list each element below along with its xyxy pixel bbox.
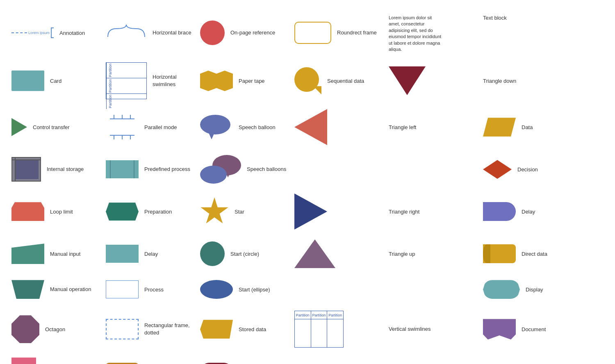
- startcircle-label: Start (circle): [230, 251, 259, 257]
- speechballoon-tail: [208, 132, 215, 139]
- speechballoon-shape: [200, 115, 233, 139]
- vswimlane-col3: [327, 319, 343, 347]
- data-shape: [483, 118, 516, 136]
- vswimlane-h3: Partition: [327, 311, 343, 319]
- parallelmode-label: Parallel mode: [144, 124, 177, 130]
- partition-label-1: Partition: [106, 63, 114, 78]
- intstorage-inner: [15, 159, 39, 179]
- directdata-label: Direct data: [522, 251, 547, 257]
- item-process: Process: [102, 273, 197, 306]
- hbrace-label: Horizontal brace: [153, 29, 191, 36]
- item-hswimlanes: Partition Partition Partition Horizontal…: [102, 57, 197, 104]
- triangleleft-shape-container: [294, 109, 327, 145]
- card-label: Card: [50, 78, 61, 84]
- speechballoons-label: Speech balloons: [247, 166, 286, 173]
- speechballoons-shape-container: [200, 155, 241, 184]
- ctransfer-shape-container: [11, 118, 27, 136]
- star-shape-container: [200, 197, 229, 226]
- data-shape-container: [483, 118, 516, 136]
- item-document: Document: [480, 306, 574, 353]
- item-empty-r9c6: [385, 353, 480, 364]
- item-vswimlanes-label: Vertical swimlines: [385, 306, 480, 353]
- item-empty-r7c5: [291, 273, 385, 306]
- delay-label: Delay: [522, 209, 535, 215]
- textblock-shape: Lorem ipsum dolor sit amet, consectetur …: [389, 15, 442, 52]
- delay2-shape: [106, 245, 139, 263]
- item-startcircle: Start (circle): [197, 234, 291, 273]
- delay2-label: Delay: [144, 251, 158, 257]
- onpage-shape: [200, 20, 225, 45]
- predefined-shape: [106, 160, 139, 178]
- document-shape-container: [483, 319, 516, 339]
- item-manualinput: Manual input: [8, 234, 102, 273]
- item-delay2: Delay: [102, 234, 197, 273]
- item-data: Data: [480, 104, 574, 150]
- item-triangleleft-label: Triangle left: [385, 104, 480, 150]
- item-triangleup: [291, 234, 385, 273]
- item-empty-r7c6: [385, 273, 480, 306]
- item-looplimit: Loop limit: [8, 189, 102, 234]
- item-intstorage: Internal storage: [8, 150, 102, 189]
- decision-shape-container: [483, 160, 512, 179]
- process-label: Process: [144, 287, 164, 293]
- storeddata-label: Stored data: [239, 326, 266, 332]
- predefined-label: Predefined process: [144, 166, 190, 173]
- triangleup-shape: [294, 239, 335, 268]
- seqdata-shape-container: [294, 67, 321, 94]
- intstorage-label: Internal storage: [47, 166, 84, 173]
- parallelmode-shape: [106, 115, 139, 139]
- seqdata-tail: [313, 86, 321, 94]
- vswimlane-col2: [311, 319, 328, 347]
- item-triangleup-label: Triangle up: [385, 234, 480, 273]
- triangleright-shape-container: [294, 193, 327, 230]
- rectdotted-label: Rectangular frame, dotted: [144, 322, 194, 337]
- item-triangleleft: [291, 104, 385, 150]
- papertape-shape: [200, 71, 233, 91]
- item-octagon: Octagon: [8, 306, 102, 353]
- card-shape: [11, 71, 44, 91]
- seqdata-label: Sequential data: [327, 78, 364, 84]
- ctransfer-shape: [11, 118, 27, 136]
- item-triangleright-label: Triangle right: [385, 189, 480, 234]
- item-preparation: Preparation: [102, 189, 197, 234]
- octagon-shape-container: [11, 315, 39, 343]
- papertape-label: Paper tape: [239, 78, 265, 84]
- item-triangleright: [291, 189, 385, 234]
- item-speechballoons: Speech balloons: [197, 150, 291, 189]
- predefined-shape-container: [106, 160, 139, 178]
- hswimlanes-shape-container: Partition Partition Partition: [106, 62, 147, 99]
- triangleright-label: Triangle right: [389, 209, 419, 215]
- document-label: Document: [522, 326, 546, 332]
- vswimlanes-label: Vertical swimlines: [389, 325, 431, 333]
- item-vswimlanes: Partition Partition Partition: [291, 306, 385, 353]
- item-star: Star: [197, 189, 291, 234]
- storeddata-shape-container: [200, 320, 233, 339]
- display-label: Display: [526, 287, 543, 293]
- item-empty-r4c5: [291, 150, 385, 189]
- roundrectframe-label: Roundrect frame: [337, 29, 377, 36]
- rectdotted-shape: [106, 319, 139, 339]
- vswimlane-header: Partition Partition Partition: [295, 311, 343, 319]
- manualinput-shape: [11, 243, 44, 264]
- vswimlanes-shape: Partition Partition Partition: [294, 311, 344, 348]
- papertape-shape-container: [200, 71, 233, 91]
- hbrace-shape: [106, 23, 147, 43]
- item-rectdotted: Rectangular frame, dotted: [102, 306, 197, 353]
- directdata-shape-container: [483, 244, 516, 263]
- onpage-shape-container: [200, 20, 225, 45]
- startellipse-shape-container: [200, 280, 233, 299]
- item-predefined: Predefined process: [102, 150, 197, 189]
- item-empty-r9c5: [291, 353, 385, 364]
- vswimlane-h2: Partition: [311, 311, 328, 319]
- partition-label-3: Partition: [106, 94, 114, 109]
- speechballoons-shape: [200, 155, 241, 184]
- display-shape: [483, 280, 520, 299]
- item-annotation: Lorem ipsum Annotation: [8, 8, 102, 57]
- item-manualop: Manual operation: [8, 273, 102, 306]
- item-offpage: Off-page reference: [8, 353, 102, 364]
- vswimlanes-shape-container: Partition Partition Partition: [294, 311, 344, 348]
- preparation-label: Preparation: [144, 209, 172, 215]
- startellipse-shape: [200, 280, 233, 299]
- octagon-label: Octagon: [45, 326, 65, 332]
- document-shape: [483, 319, 516, 339]
